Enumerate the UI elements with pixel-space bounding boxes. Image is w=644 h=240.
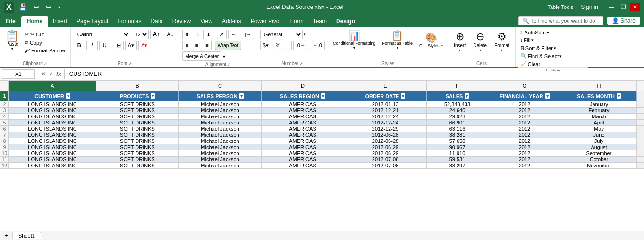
th-customer[interactable]: CUSTOMER ▾	[9, 91, 96, 101]
font-color-button[interactable]: A▾	[138, 41, 150, 50]
formula-input[interactable]	[68, 71, 642, 77]
cell-products[interactable]: SOFT DRINKS	[96, 120, 179, 126]
align-center-button[interactable]: ≡	[193, 41, 201, 50]
cell-customer[interactable]: LONG ISLANDS INC	[9, 114, 96, 120]
cell-salesregion[interactable]: AMERICAS	[262, 138, 344, 144]
cell-salesperson[interactable]: Michael Jackson	[179, 126, 262, 132]
th-products[interactable]: PRODUCTS ▾	[96, 91, 179, 101]
indent-decrease-button[interactable]: ←|	[228, 30, 240, 39]
cell-financialyear[interactable]: 2012	[488, 163, 561, 169]
wrap-text-button[interactable]: Wrap Text	[215, 41, 242, 50]
tab-powerpivot[interactable]: Power Pivot	[246, 16, 286, 27]
th-salesmonth[interactable]: SALES MONTH ▾	[561, 91, 637, 101]
col-header-C[interactable]: C	[179, 81, 262, 91]
cell-salesperson[interactable]: Michael Jackson	[179, 163, 262, 169]
col-header-B[interactable]: B	[96, 81, 179, 91]
cell-salesmonth[interactable]: April	[561, 120, 637, 126]
cell-orderdate[interactable]: 2012-06-28	[344, 132, 427, 138]
cell-salesregion[interactable]: AMERICAS	[262, 150, 344, 157]
cell-salesregion[interactable]: AMERICAS	[262, 163, 344, 169]
cell-salesmonth[interactable]: February	[561, 108, 637, 114]
delete-button[interactable]: ⊖ Delete ▾	[470, 30, 490, 53]
cell-salesperson[interactable]: Michael Jackson	[179, 114, 262, 120]
cell-orderdate[interactable]: 2012-06-29	[344, 150, 427, 157]
font-name-select[interactable]: Calibri	[74, 30, 130, 39]
col-header-F[interactable]: F	[427, 81, 488, 91]
cell-financialyear[interactable]: 2012	[488, 108, 561, 114]
align-bottom-button[interactable]: ⬇	[203, 30, 213, 39]
cell-salesperson[interactable]: Michael Jackson	[179, 157, 262, 163]
cell-salesperson[interactable]: Michael Jackson	[179, 138, 262, 144]
col-header-D[interactable]: D	[262, 81, 344, 91]
cell-customer[interactable]: LONG ISLANDS INC	[9, 150, 96, 157]
cell-products[interactable]: SOFT DRINKS	[96, 108, 179, 114]
cell-sales[interactable]: 59,531	[427, 157, 488, 163]
decrease-font-size-button[interactable]: A↓	[164, 30, 176, 39]
cell-salesmonth[interactable]: November	[561, 163, 637, 169]
cell-customer[interactable]: LONG ISLANDS INC	[9, 132, 96, 138]
cell-sales[interactable]: 66,901	[427, 120, 488, 126]
cell-sales[interactable]: 11,910	[427, 150, 488, 157]
tab-review[interactable]: Review	[168, 16, 195, 27]
cell-orderdate[interactable]: 2012-07-06	[344, 157, 427, 163]
cell-orderdate[interactable]: 2012-07-06	[344, 163, 427, 169]
th-salesperson[interactable]: SALES PERSON ▾	[179, 91, 262, 101]
cell-financialyear[interactable]: 2012	[488, 144, 561, 150]
cell-salesmonth[interactable]: January	[561, 101, 637, 108]
undo-button[interactable]: ↩	[32, 2, 41, 12]
cell-customer[interactable]: LONG ISLANDS INC	[9, 120, 96, 126]
increase-decimal-button[interactable]: .0→	[293, 41, 308, 50]
customize-qat-button[interactable]: ▾	[56, 4, 62, 11]
italic-button[interactable]: I	[86, 41, 98, 50]
cell-products[interactable]: SOFT DRINKS	[96, 144, 179, 150]
sheet-tab-sheet1[interactable]: Sheet1	[12, 232, 41, 239]
cell-financialyear[interactable]: 2012	[488, 150, 561, 157]
percent-button[interactable]: %	[273, 41, 283, 50]
save-button[interactable]: 💾	[17, 2, 29, 12]
autosum-button[interactable]: Σ AutoSum ▾	[518, 29, 551, 36]
redo-button[interactable]: ↪	[44, 2, 53, 12]
format-painter-button[interactable]: 🖌 Format Painter	[23, 47, 68, 54]
bold-button[interactable]: B	[74, 41, 85, 50]
paste-button[interactable]: 📋 Paste ▾	[3, 29, 22, 52]
tell-me-search[interactable]: 🔍 Tell me what you want to do	[518, 16, 603, 25]
cancel-icon[interactable]: ✕	[41, 71, 46, 77]
cell-sales[interactable]: 88,297	[427, 163, 488, 169]
cell-salesperson[interactable]: Michael Jackson	[179, 144, 262, 150]
cell-salesperson[interactable]: Michael Jackson	[179, 101, 262, 108]
fill-color-button[interactable]: A▾	[125, 41, 137, 50]
tab-form[interactable]: Form	[286, 16, 308, 27]
sign-in-button[interactable]: Sign in	[577, 3, 602, 11]
cell-products[interactable]: SOFT DRINKS	[96, 126, 179, 132]
cell-salesperson[interactable]: Michael Jackson	[179, 108, 262, 114]
cell-customer[interactable]: LONG ISLANDS INC	[9, 126, 96, 132]
cell-customer[interactable]: LONG ISLANDS INC	[9, 157, 96, 163]
align-middle-button[interactable]: ↕	[194, 30, 202, 39]
filter-arrow-orderdate[interactable]: ▾	[401, 93, 405, 99]
clear-button[interactable]: 🧹 Clear -	[518, 60, 545, 67]
cell-orderdate[interactable]: 2012-12-24	[344, 120, 427, 126]
conditional-formatting-button[interactable]: 📊 Conditional Formatting ▾	[331, 29, 378, 50]
cell-salesregion[interactable]: AMERICAS	[262, 108, 344, 114]
font-size-select[interactable]: 12	[132, 30, 149, 39]
cell-financialyear[interactable]: 2012	[488, 120, 561, 126]
cell-financialyear[interactable]: 2012	[488, 132, 561, 138]
filter-arrow-sales[interactable]: ▾	[465, 93, 469, 99]
cell-orderdate[interactable]: 2012-06-28	[344, 138, 427, 144]
filter-arrow-salesperson[interactable]: ▾	[239, 93, 244, 99]
cell-customer[interactable]: LONG ISLANDS INC	[9, 163, 96, 169]
tab-file[interactable]: File	[0, 16, 21, 27]
merge-center-button[interactable]: Merge & Center	[182, 51, 221, 61]
cell-salesperson[interactable]: Michael Jackson	[179, 132, 262, 138]
cell-salesmonth[interactable]: August	[561, 144, 637, 150]
cell-salesmonth[interactable]: September	[561, 150, 637, 157]
format-button[interactable]: ⚙ Format ▾	[491, 30, 512, 53]
cell-salesregion[interactable]: AMERICAS	[262, 114, 344, 120]
cell-salesmonth[interactable]: October	[561, 157, 637, 163]
add-sheet-button[interactable]: +	[2, 232, 10, 240]
cell-sales[interactable]: 38,281	[427, 132, 488, 138]
cell-products[interactable]: SOFT DRINKS	[96, 132, 179, 138]
close-button[interactable]: ✕	[630, 3, 640, 11]
cell-customer[interactable]: LONG ISLANDS INC	[9, 101, 96, 108]
filter-arrow-products[interactable]: ▾	[151, 93, 155, 99]
